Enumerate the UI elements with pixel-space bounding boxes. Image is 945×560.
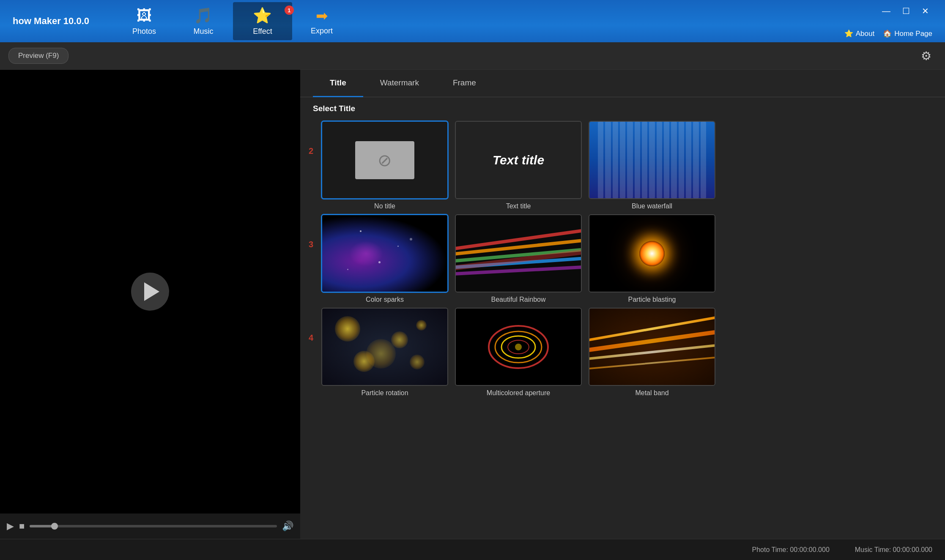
aperture-svg <box>476 317 561 377</box>
bw-line-13 <box>686 122 691 198</box>
row-4-items: Particle rotation <box>321 308 715 397</box>
progress-bar[interactable] <box>30 525 277 527</box>
photo-time-value: 00:00:00.000 <box>790 546 829 553</box>
select-title-label: Select Title <box>300 97 945 117</box>
bw-line-9 <box>657 122 662 198</box>
homepage-link[interactable]: 🏠 Home Page <box>883 29 932 38</box>
bw-line-6 <box>635 122 640 198</box>
video-panel: ▶ ■ 🔊 <box>0 70 300 539</box>
volume-icon[interactable]: 🔊 <box>282 521 293 532</box>
metal-band-thumb[interactable] <box>589 308 715 386</box>
metal-band-inner <box>589 309 715 385</box>
blast-center <box>639 241 665 266</box>
spark-5 <box>410 238 412 240</box>
photos-icon: 🖼 <box>137 7 152 25</box>
bokeh-4 <box>410 355 425 369</box>
progress-thumb[interactable] <box>51 523 58 530</box>
text-title-thumb[interactable]: Text title <box>455 121 582 199</box>
blue-waterfall-thumb[interactable] <box>589 121 715 199</box>
music-icon: 🎵 <box>194 7 213 25</box>
rainbow-label: Beautiful Rainbow <box>491 296 546 303</box>
rainbow-inner <box>456 215 581 292</box>
row-3: 3 Color s <box>309 214 937 303</box>
blue-waterfall-label: Blue waterfall <box>632 202 672 210</box>
particle-blasting-label: Particle blasting <box>628 296 676 303</box>
row-4-number: 4 <box>309 308 321 343</box>
close-button[interactable]: ✕ <box>918 4 932 18</box>
tabs: Title Watermark Frame <box>300 70 945 97</box>
effect-button[interactable]: ⭐ Effect 1 <box>233 2 292 40</box>
music-label: Music <box>193 27 213 36</box>
stop-control-button[interactable]: ■ <box>19 521 25 532</box>
color-sparks-thumb[interactable] <box>321 214 448 292</box>
maximize-button[interactable]: ☐ <box>899 4 913 18</box>
particle-rotation-thumb[interactable] <box>321 308 448 386</box>
no-title-item[interactable]: ⊘ No title <box>321 121 448 210</box>
particle-rotation-inner <box>322 309 447 385</box>
row-2: 2 ⊘ No title Text title <box>309 121 937 210</box>
titlebar-right: — ☐ ✕ ⭐ About 🏠 Home Page <box>844 0 937 42</box>
statusbar: Photo Time: 00:00:00.000 Music Time: 00:… <box>0 539 945 560</box>
blue-waterfall-inner <box>589 122 715 198</box>
color-sparks-inner <box>322 215 447 292</box>
no-title-slash-icon: ⊘ <box>378 150 392 170</box>
spark-2 <box>397 246 399 247</box>
photo-time-label: Photo Time: <box>752 546 788 553</box>
play-button[interactable] <box>131 273 169 311</box>
bw-line-8 <box>649 122 655 198</box>
bw-lines <box>589 122 715 198</box>
photos-button[interactable]: 🖼 Photos <box>115 2 174 40</box>
bw-line-14 <box>693 122 698 198</box>
spark-4 <box>347 269 348 270</box>
aperture-inner <box>456 309 581 385</box>
video-controls: ▶ ■ 🔊 <box>0 514 300 539</box>
effect-icon: ⭐ <box>253 7 272 25</box>
text-title-text: Text title <box>493 153 544 167</box>
export-button[interactable]: ➡ Export <box>292 2 351 40</box>
bw-line-7 <box>642 122 647 198</box>
titlebar: how Maker 10.0.0 🖼 Photos 🎵 Music ⭐ Effe… <box>0 0 945 42</box>
row-2-number: 2 <box>309 121 321 156</box>
play-control-button[interactable]: ▶ <box>7 521 14 532</box>
photos-label: Photos <box>132 27 156 36</box>
particle-rotation-item[interactable]: Particle rotation <box>321 308 448 397</box>
no-title-thumb[interactable]: ⊘ <box>321 121 448 199</box>
effect-label: Effect <box>253 27 272 36</box>
row-4: 4 Particl <box>309 308 937 397</box>
no-title-inner: ⊘ <box>355 141 414 179</box>
music-time-label: Music Time: <box>855 546 891 553</box>
music-time-value: 00:00:00.000 <box>893 546 932 553</box>
blue-waterfall-item[interactable]: Blue waterfall <box>589 121 715 210</box>
rainbow-thumb[interactable] <box>455 214 582 292</box>
toolbar-row: Preview (F9) ⚙ <box>0 42 945 70</box>
particle-blast-thumb[interactable] <box>589 214 715 292</box>
right-panel: Title Watermark Frame Select Title 2 ⊘ <box>300 70 945 539</box>
no-title-label: No title <box>374 202 395 210</box>
spark-glow <box>349 241 383 266</box>
text-title-item[interactable]: Text title Text title <box>455 121 582 210</box>
about-homepage: ⭐ About 🏠 Home Page <box>844 29 937 42</box>
color-sparks-item[interactable]: Color sparks <box>321 214 448 303</box>
tab-frame[interactable]: Frame <box>436 70 493 97</box>
bw-line-3 <box>613 122 618 198</box>
aperture-thumb[interactable] <box>455 308 582 386</box>
home-icon: 🏠 <box>883 29 892 38</box>
minimize-button[interactable]: — <box>879 5 894 18</box>
beautiful-rainbow-item[interactable]: Beautiful Rainbow <box>455 214 582 303</box>
music-button[interactable]: 🎵 Music <box>174 2 233 40</box>
multicolored-aperture-item[interactable]: Multicolored aperture <box>455 308 582 397</box>
settings-button[interactable]: ⚙ <box>916 46 937 66</box>
bw-line-11 <box>671 122 677 198</box>
tab-title[interactable]: Title <box>313 70 363 97</box>
bw-line-1 <box>598 122 603 198</box>
about-link[interactable]: ⭐ About <box>844 29 874 38</box>
about-star-icon: ⭐ <box>844 29 853 38</box>
particle-blasting-item[interactable]: Particle blasting <box>589 214 715 303</box>
play-triangle-icon <box>144 282 159 301</box>
tab-watermark[interactable]: Watermark <box>363 70 436 97</box>
preview-button[interactable]: Preview (F9) <box>8 48 68 64</box>
bw-line-4 <box>620 122 625 198</box>
bw-line-12 <box>679 122 684 198</box>
metal-band-item[interactable]: Metal band <box>589 308 715 397</box>
bokeh-5 <box>416 320 427 331</box>
